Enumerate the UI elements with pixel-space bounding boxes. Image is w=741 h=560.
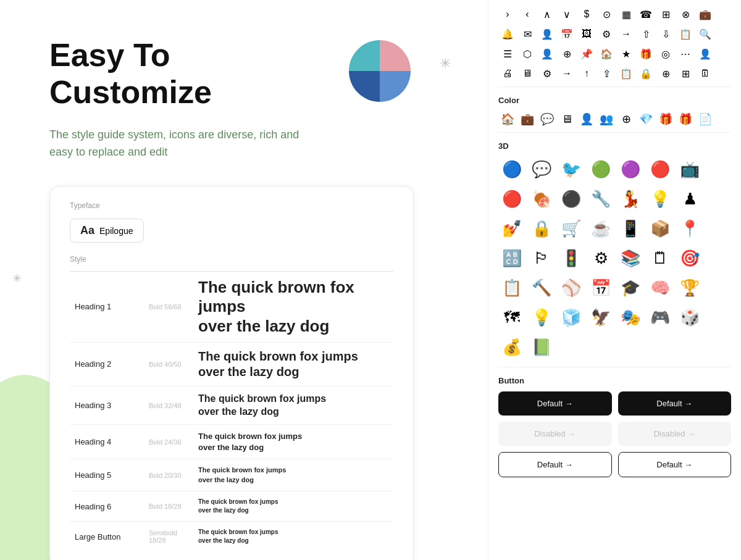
threed-icon[interactable]: 🎲 xyxy=(676,304,703,331)
outline-icon[interactable]: 🏠 xyxy=(597,44,616,63)
threed-icon[interactable]: 📦 xyxy=(647,215,674,242)
threed-icon[interactable]: 💬 xyxy=(528,156,555,183)
threed-icon[interactable]: 💃 xyxy=(617,185,644,212)
threed-icon[interactable]: 🛒 xyxy=(558,215,585,242)
outline-icon[interactable]: ✉ xyxy=(518,25,537,43)
threed-icon[interactable]: 🦅 xyxy=(587,304,614,331)
color-icon[interactable]: 🖥 xyxy=(558,110,576,128)
threed-icon[interactable]: ♟ xyxy=(676,185,703,212)
threed-icon[interactable]: 📚 xyxy=(617,244,644,272)
outline-icon[interactable]: 🎁 xyxy=(637,44,655,63)
outline-icon[interactable]: ‹ xyxy=(518,5,537,23)
button-dark-1[interactable]: Default → xyxy=(618,391,732,416)
threed-icon[interactable]: 💡 xyxy=(528,304,555,331)
outline-icon[interactable]: ⊗ xyxy=(676,5,695,23)
color-icon[interactable]: 📄 xyxy=(696,110,714,128)
outline-icon[interactable]: ⇪ xyxy=(597,64,616,83)
threed-icon[interactable]: 🎯 xyxy=(676,244,703,272)
outline-icon[interactable]: 👤 xyxy=(538,44,556,63)
outline-icon[interactable]: ☰ xyxy=(498,44,517,63)
outline-icon[interactable]: ★ xyxy=(617,44,635,63)
color-icon[interactable]: 💼 xyxy=(518,110,537,128)
button-outline-4[interactable]: Default → xyxy=(498,452,612,477)
threed-icon[interactable]: 🏆 xyxy=(676,274,703,301)
outline-icon[interactable]: 📅 xyxy=(558,25,576,43)
color-icon[interactable]: 💬 xyxy=(538,110,556,128)
outline-icon[interactable]: 💼 xyxy=(696,5,714,23)
threed-icon[interactable]: 🗒 xyxy=(647,244,674,272)
threed-icon[interactable]: 🧊 xyxy=(558,304,585,331)
outline-icon[interactable]: 🖨 xyxy=(498,64,517,83)
threed-icon[interactable]: 🗺 xyxy=(498,304,525,331)
threed-icon[interactable]: 🚦 xyxy=(558,244,585,272)
outline-icon[interactable]: $ xyxy=(577,5,596,23)
color-icon[interactable]: 👥 xyxy=(597,110,616,128)
outline-icon[interactable]: › xyxy=(498,5,517,23)
color-icon[interactable]: 🎁 xyxy=(676,110,695,128)
outline-icon[interactable]: ⊞ xyxy=(676,64,695,83)
outline-icon[interactable]: ⚙ xyxy=(597,25,616,43)
outline-icon[interactable]: 🖥 xyxy=(518,64,537,83)
outline-icon[interactable]: 🖼 xyxy=(577,25,596,43)
outline-icon[interactable]: 🔔 xyxy=(498,25,517,43)
outline-icon[interactable]: 🔒 xyxy=(637,64,655,83)
threed-icon[interactable]: 🏳 xyxy=(528,244,555,272)
outline-icon[interactable]: ∧ xyxy=(538,5,556,23)
outline-icon[interactable]: 🗓 xyxy=(696,64,714,83)
outline-icon[interactable]: ⚙ xyxy=(538,64,556,83)
button-outline-5[interactable]: Default → xyxy=(618,452,732,477)
outline-icon[interactable]: ↑ xyxy=(577,64,596,83)
outline-icon[interactable]: ⬡ xyxy=(518,44,537,63)
threed-icon[interactable]: 📅 xyxy=(587,274,614,301)
outline-icon[interactable]: ⊞ xyxy=(656,5,675,23)
outline-icon[interactable]: ⊙ xyxy=(597,5,616,23)
threed-icon[interactable]: 🔨 xyxy=(528,274,555,301)
threed-icon[interactable]: 🔵 xyxy=(498,156,525,183)
color-icon[interactable]: 🎁 xyxy=(656,110,675,128)
outline-icon[interactable]: 📋 xyxy=(676,25,695,43)
threed-icon[interactable]: 🟣 xyxy=(617,156,644,183)
threed-icon[interactable]: 🐦 xyxy=(558,156,585,183)
outline-icon[interactable]: ⊕ xyxy=(558,44,576,63)
threed-icon[interactable]: 💅 xyxy=(498,215,525,242)
color-icon[interactable]: 🏠 xyxy=(498,110,517,128)
outline-icon[interactable]: ☎ xyxy=(637,5,655,23)
color-icon[interactable]: 👤 xyxy=(577,110,596,128)
outline-icon[interactable]: ⇩ xyxy=(656,25,675,43)
threed-icon[interactable]: 🎭 xyxy=(617,304,644,331)
outline-icon[interactable]: ◎ xyxy=(656,44,675,63)
threed-icon[interactable]: 🔧 xyxy=(587,185,614,212)
threed-icon[interactable]: 🔒 xyxy=(528,215,555,242)
threed-icon[interactable]: 🎓 xyxy=(617,274,644,301)
outline-icon[interactable]: 📋 xyxy=(617,64,635,83)
threed-icon[interactable]: ⚾ xyxy=(558,274,585,301)
threed-icon[interactable]: 📍 xyxy=(676,215,703,242)
threed-icon[interactable]: ⚙ xyxy=(587,244,614,272)
color-icon[interactable]: 💎 xyxy=(637,110,655,128)
threed-icon[interactable]: 🔴 xyxy=(647,156,674,183)
threed-icon[interactable]: 📺 xyxy=(676,156,703,183)
threed-icon[interactable]: 🔠 xyxy=(498,244,525,272)
outline-icon[interactable]: → xyxy=(617,25,635,43)
button-dark-0[interactable]: Default → xyxy=(498,391,612,416)
threed-icon[interactable]: ☕ xyxy=(587,215,614,242)
threed-icon[interactable]: 📗 xyxy=(528,333,555,361)
threed-icon[interactable]: 🔴 xyxy=(498,185,525,212)
outline-icon[interactable]: 👤 xyxy=(538,25,556,43)
outline-icon[interactable]: ⇧ xyxy=(637,25,655,43)
outline-icon[interactable]: ∨ xyxy=(558,5,576,23)
outline-icon[interactable]: ⋯ xyxy=(676,44,695,63)
threed-icon[interactable]: 🟢 xyxy=(587,156,614,183)
threed-icon[interactable]: ⚫ xyxy=(558,185,585,212)
threed-icon[interactable]: 💰 xyxy=(498,333,525,361)
outline-icon[interactable]: → xyxy=(558,64,576,83)
outline-icon[interactable]: 🔍 xyxy=(696,25,714,43)
outline-icon[interactable]: ▦ xyxy=(617,5,635,23)
threed-icon[interactable]: 📱 xyxy=(617,215,644,242)
threed-icon[interactable]: 🧠 xyxy=(647,274,674,301)
color-icon[interactable]: ⊕ xyxy=(617,110,635,128)
outline-icon[interactable]: 👤 xyxy=(696,44,714,63)
outline-icon[interactable]: 📌 xyxy=(577,44,596,63)
threed-icon[interactable]: 🎮 xyxy=(647,304,674,331)
threed-icon[interactable]: 🍖 xyxy=(528,185,555,212)
